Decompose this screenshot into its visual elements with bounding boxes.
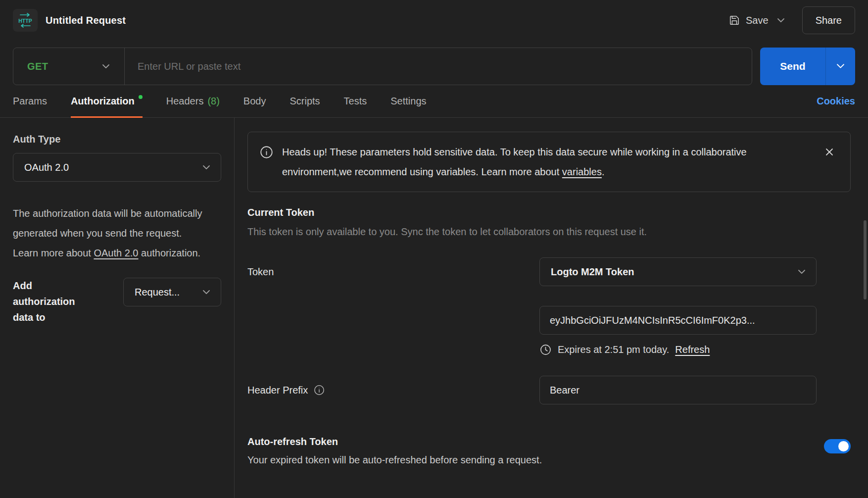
chevron-down-icon [203,290,210,295]
auth-type-label: Auth Type [13,134,221,145]
auto-refresh-section: Auto-refresh Token Your expired token wi… [247,436,851,466]
http-arrows-icon: HTTP [16,12,35,29]
tab-scripts[interactable]: Scripts [289,85,320,117]
tab-label: Headers [166,96,204,107]
token-expiry-row: Expires at 2:51 pm today. Refresh [539,344,817,356]
request-title-group: HTTP Untitled Request [13,9,126,32]
cookies-link[interactable]: Cookies [817,96,855,107]
tab-tests[interactable]: Tests [344,85,367,117]
add-auth-select[interactable]: Request... [123,278,221,306]
tab-label: Authorization [71,96,135,107]
current-token-subtitle: This token is only available to you. Syn… [247,226,851,238]
send-button[interactable]: Send [760,48,825,85]
header-prefix-row: Header Prefix [247,376,851,404]
request-url-row: GET Send [0,41,868,85]
header-prefix-input[interactable] [539,376,817,404]
chevron-down-icon [777,18,784,23]
tab-body[interactable]: Body [243,85,266,117]
banner-message: Heads up! These parameters hold sensitiv… [282,147,747,177]
banner-message: . [602,166,605,177]
token-row: Token Logto M2M Token [247,257,851,286]
oauth-learn-more-link[interactable]: OAuth 2.0 [94,248,138,258]
tab-label: Tests [344,96,367,107]
auto-refresh-text: Auto-refresh Token Your expired token wi… [247,436,542,466]
add-auth-label: Add authorization data to [13,278,90,325]
token-label: Token [247,266,539,278]
close-icon [824,147,834,157]
save-button[interactable]: Save [725,10,772,31]
http-badge-text: HTTP [18,18,32,24]
chevron-down-icon [837,64,844,69]
token-value-row: Expires at 2:51 pm today. Refresh [247,306,851,356]
header-prefix-control [539,376,817,404]
save-options-button[interactable] [772,12,789,29]
share-button[interactable]: Share [802,6,855,34]
chevron-down-icon [102,64,109,69]
token-select-value: Logto M2M Token [551,266,634,278]
tab-label: Params [13,96,47,107]
toggle-knob [838,441,849,451]
token-control: Logto M2M Token [539,257,817,286]
tabs-list: Params Authorization Headers (8) Body Sc… [13,85,427,117]
tab-params[interactable]: Params [13,85,47,117]
refresh-link[interactable]: Refresh [675,344,710,355]
banner-close-button[interactable] [820,143,838,161]
header-prefix-label: Header Prefix [247,385,308,396]
send-options-button[interactable] [825,48,855,85]
tab-settings[interactable]: Settings [390,85,426,117]
auth-type-value: OAuth 2.0 [24,162,69,173]
topbar: HTTP Untitled Request Save Share [0,0,868,41]
scrollbar-thumb[interactable] [864,220,867,299]
tab-label: Settings [390,96,426,107]
sensitive-data-banner: Heads up! These parameters hold sensitiv… [247,132,851,192]
tab-authorization[interactable]: Authorization [71,85,143,117]
url-input[interactable] [125,48,752,85]
token-expiry-text: Expires at 2:51 pm today. [558,344,669,355]
banner-text: Heads up! These parameters hold sensitiv… [282,142,804,182]
current-token-title: Current Token [247,207,851,218]
send-button-group: Send [760,48,855,85]
auto-refresh-toggle[interactable] [824,439,851,453]
modified-dot-icon [139,95,143,99]
http-icon: HTTP [13,9,38,32]
tab-label: Body [243,96,266,107]
method-value: GET [27,61,48,72]
auth-main: Heads up! These parameters hold sensitiv… [235,118,868,498]
save-button-label: Save [746,15,769,26]
app-window: HTTP Untitled Request Save Share [0,0,868,498]
token-value-control: Expires at 2:51 pm today. Refresh [539,306,817,356]
request-tabs: Params Authorization Headers (8) Body Sc… [0,85,868,118]
auth-type-select[interactable]: OAuth 2.0 [13,153,221,182]
topbar-actions: Save Share [725,6,855,34]
auth-description: The authorization data will be automatic… [13,203,209,263]
chevron-down-icon [203,165,210,170]
header-prefix-label-group: Header Prefix [247,385,539,396]
method-select[interactable]: GET [13,48,124,85]
variables-link[interactable]: variables [562,166,602,177]
clock-icon [539,344,552,356]
tab-headers[interactable]: Headers (8) [166,85,220,117]
chevron-down-icon [798,270,805,274]
authorization-panel: Auth Type OAuth 2.0 The authorization da… [0,118,868,498]
token-select[interactable]: Logto M2M Token [539,257,817,286]
auth-description-text: authorization. [139,248,201,258]
auto-refresh-description: Your expired token will be auto-refreshe… [247,454,542,466]
auto-refresh-title: Auto-refresh Token [247,436,542,448]
add-auth-value: Request... [135,287,180,298]
auth-sidebar: Auth Type OAuth 2.0 The authorization da… [0,118,235,498]
url-bar: GET [13,48,752,85]
info-icon [260,146,273,159]
save-icon [729,15,740,26]
add-auth-row: Add authorization data to Request... [13,278,221,325]
headers-count-badge: (8) [207,96,219,107]
tab-label: Scripts [289,96,320,107]
page-title: Untitled Request [46,15,126,26]
header-prefix-info-icon[interactable] [314,385,325,396]
token-value-input[interactable] [539,306,817,335]
